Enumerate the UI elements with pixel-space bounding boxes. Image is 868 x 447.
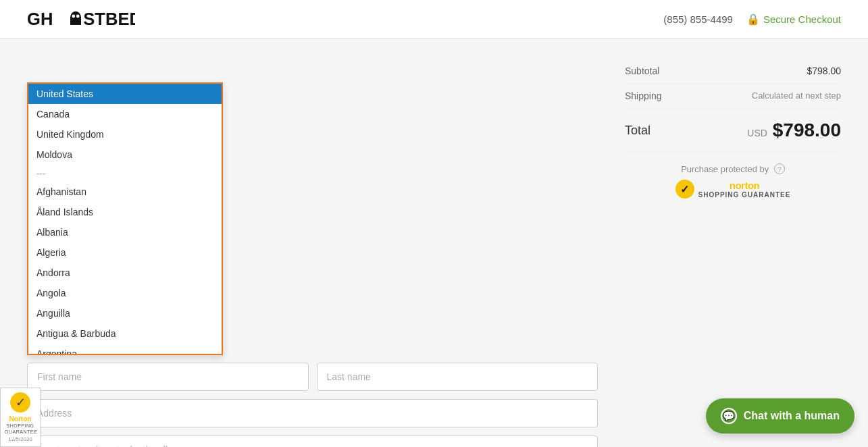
first-name-field xyxy=(27,363,309,391)
last-name-input[interactable] xyxy=(317,363,598,391)
dropdown-item-al[interactable]: Albania xyxy=(28,222,222,242)
norton-corner-badge: ✓ Norton SHOPPING GUARANTEE 12/5/2020 xyxy=(0,388,41,447)
chat-icon: 💬 xyxy=(721,408,737,424)
dropdown-item-ca[interactable]: Canada xyxy=(28,104,222,124)
norton-protected-text: Purchase protected by ? xyxy=(625,163,841,174)
shipping-row: Shipping Calculated at next step xyxy=(625,84,841,109)
norton-corner-date: 12/5/2020 xyxy=(5,436,36,442)
subtotal-label: Subtotal xyxy=(625,65,659,76)
dropdown-item-ax[interactable]: Åland Islands xyxy=(28,202,222,222)
order-summary: Subtotal $798.00 Shipping Calculated at … xyxy=(625,52,841,447)
shipping-value: Calculated at next step xyxy=(752,90,841,101)
apartment-field xyxy=(27,436,598,447)
dropdown-item-ad[interactable]: Andorra xyxy=(28,263,222,283)
svg-text:STBED.: STBED. xyxy=(83,9,135,28)
address-row xyxy=(27,399,598,427)
header: GH STBED. (855) 855-4499 🔒 Secure Checko… xyxy=(0,0,868,38)
logo: GH STBED. xyxy=(27,5,135,32)
svg-text:GH: GH xyxy=(27,9,53,28)
dropdown-item-af[interactable]: Afghanistan xyxy=(28,182,222,202)
dropdown-item-ag[interactable]: Antigua & Barbuda xyxy=(28,323,222,344)
dropdown-item-dz[interactable]: Algeria xyxy=(28,242,222,263)
first-name-input[interactable] xyxy=(27,363,309,391)
header-right: (855) 855-4499 🔒 Secure Checkout xyxy=(663,13,841,26)
norton-corner-name: Norton xyxy=(5,415,36,423)
dropdown-item-uk[interactable]: United Kingdom xyxy=(28,124,222,144)
norton-badge: ✓ norton SHOPPING GUARANTEE xyxy=(675,180,791,199)
dropdown-item-md[interactable]: Moldova xyxy=(28,144,222,165)
phone-number: (855) 855-4499 xyxy=(663,14,733,25)
dropdown-list[interactable]: United States Canada United Kingdom Mold… xyxy=(28,84,222,354)
ghostbed-logo: GH STBED. xyxy=(27,5,135,32)
dropdown-separator: --- xyxy=(28,165,222,182)
svg-point-5 xyxy=(76,15,80,18)
subtotal-row: Subtotal $798.00 xyxy=(625,59,841,84)
norton-corner-check-icon: ✓ xyxy=(10,392,30,413)
shipping-label: Shipping xyxy=(625,90,662,101)
total-value: $798.00 xyxy=(773,120,841,140)
checkout-form: ➜ United States Canada United Kingdom Mo… xyxy=(27,52,598,447)
last-name-field xyxy=(317,363,598,391)
address-input[interactable] xyxy=(27,399,598,427)
question-icon: ? xyxy=(774,163,785,174)
total-label: Total xyxy=(625,124,650,138)
dropdown-item-ai[interactable]: Anguilla xyxy=(28,303,222,323)
dropdown-item-ao[interactable]: Angola xyxy=(28,283,222,303)
apartment-input[interactable] xyxy=(27,436,598,447)
total-currency: USD xyxy=(747,128,767,138)
main-container: ➜ United States Canada United Kingdom Mo… xyxy=(0,38,868,447)
svg-point-4 xyxy=(72,15,75,18)
country-dropdown[interactable]: United States Canada United Kingdom Mold… xyxy=(27,82,223,355)
lock-icon: 🔒 xyxy=(746,13,760,26)
total-amount: USD $798.00 xyxy=(747,120,841,141)
subtotal-value: $798.00 xyxy=(807,65,841,76)
address-field xyxy=(27,399,598,427)
secure-checkout: 🔒 Secure Checkout xyxy=(746,13,841,26)
name-row xyxy=(27,363,598,391)
chat-button[interactable]: 💬 Chat with a human xyxy=(706,398,854,433)
dropdown-item-us[interactable]: United States xyxy=(28,84,222,104)
total-row: Total USD $798.00 xyxy=(625,109,841,152)
norton-corner-guarantee: SHOPPING GUARANTEE xyxy=(5,423,36,435)
norton-check-icon: ✓ xyxy=(675,180,694,199)
form-section: Country/Region Kenya ▼ ? ‹ Return to xyxy=(27,363,598,447)
norton-brand: norton SHOPPING GUARANTEE xyxy=(698,180,791,199)
norton-section: Purchase protected by ? ✓ norton SHOPPIN… xyxy=(625,152,841,209)
apartment-row xyxy=(27,436,598,447)
dropdown-item-ar[interactable]: Argentina xyxy=(28,344,222,354)
